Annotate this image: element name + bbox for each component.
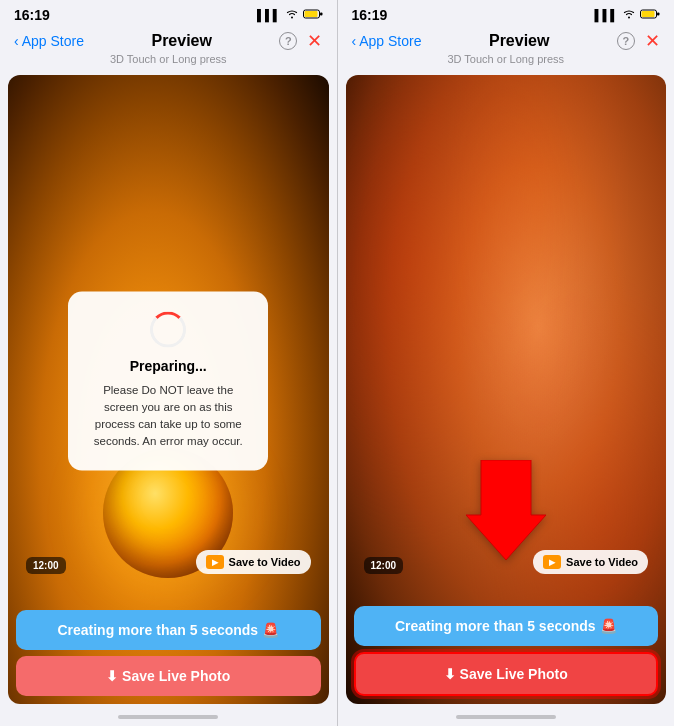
right-home-indicator [338, 708, 675, 726]
left-time: 16:19 [14, 7, 50, 23]
left-nav-bar: ‹ App Store Preview ? ✕ 3D Touch or Long… [0, 28, 337, 71]
signal-icon: ▌▌▌ [257, 9, 280, 21]
left-nav-subtitle: 3D Touch or Long press [14, 53, 323, 65]
preparing-title: Preparing... [86, 357, 250, 373]
svg-rect-2 [304, 11, 317, 17]
left-help-button[interactable]: ? [279, 32, 297, 50]
svg-rect-1 [320, 13, 323, 16]
right-back-chevron: ‹ [352, 33, 357, 49]
right-creating-btn[interactable]: Creating more than 5 seconds 🚨 [354, 606, 659, 646]
svg-marker-6 [466, 460, 546, 560]
right-home-bar [456, 715, 556, 719]
left-nav-title: Preview [151, 32, 211, 50]
left-close-button[interactable]: ✕ [307, 30, 322, 52]
right-wifi-icon [622, 9, 636, 21]
left-status-bar: 16:19 ▌▌▌ [0, 0, 337, 28]
wifi-icon [285, 9, 299, 21]
left-phone-panel: 16:19 ▌▌▌ ‹ App [0, 0, 337, 726]
right-save-to-video-label: Save to Video [566, 556, 638, 568]
right-question-label: ? [623, 35, 630, 47]
right-signal-icon: ▌▌▌ [595, 9, 618, 21]
right-help-button[interactable]: ? [617, 32, 635, 50]
left-question-label: ? [285, 35, 292, 47]
preparing-dialog: Preparing... Please Do NOT leave the scr… [68, 291, 268, 470]
right-phone-panel: 16:19 ▌▌▌ ‹ App [338, 0, 675, 726]
arrow-svg [466, 460, 546, 560]
right-status-icons: ▌▌▌ [595, 9, 660, 21]
left-bottom-overlay: Creating more than 5 seconds 🚨 ⬇ Save Li… [8, 602, 329, 704]
left-back-button[interactable]: ‹ App Store [14, 33, 84, 49]
right-image-area: 12:00 ▶ Save to Video Creating more than… [346, 75, 667, 704]
left-image-area: Preparing... Please Do NOT leave the scr… [8, 75, 329, 704]
right-bottom-overlay: Creating more than 5 seconds 🚨 ⬇ Save Li… [346, 598, 667, 704]
left-back-chevron: ‹ [14, 33, 19, 49]
left-save-live-photo-btn[interactable]: ⬇ Save Live Photo [16, 656, 321, 696]
right-timestamp: 12:00 [364, 557, 404, 574]
right-nav-subtitle: 3D Touch or Long press [352, 53, 661, 65]
battery-icon [303, 9, 323, 21]
left-back-label: App Store [22, 33, 84, 49]
right-time: 16:19 [352, 7, 388, 23]
right-close-button[interactable]: ✕ [645, 30, 660, 52]
red-arrow [466, 460, 546, 564]
right-video-icon: ▶ [543, 555, 561, 569]
right-nav-title: Preview [489, 32, 549, 50]
right-save-live-photo-btn[interactable]: ⬇ Save Live Photo [354, 652, 659, 696]
right-back-button[interactable]: ‹ App Store [352, 33, 422, 49]
right-battery-icon [640, 9, 660, 21]
right-save-to-video-btn[interactable]: ▶ Save to Video [533, 550, 648, 574]
right-status-bar: 16:19 ▌▌▌ [338, 0, 675, 28]
left-creating-btn[interactable]: Creating more than 5 seconds 🚨 [16, 610, 321, 650]
left-timestamp: 12:00 [26, 557, 66, 574]
video-icon: ▶ [206, 555, 224, 569]
left-save-to-video-btn[interactable]: ▶ Save to Video [196, 550, 311, 574]
right-nav-actions: ? ✕ [617, 30, 660, 52]
preparing-text: Please Do NOT leave the screen you are o… [86, 381, 250, 450]
svg-rect-5 [642, 11, 655, 17]
right-back-label: App Store [359, 33, 421, 49]
home-bar [118, 715, 218, 719]
left-status-icons: ▌▌▌ [257, 9, 322, 21]
right-nav-bar: ‹ App Store Preview ? ✕ 3D Touch or Long… [338, 28, 675, 71]
svg-rect-4 [657, 13, 660, 16]
spinner-icon [150, 311, 186, 347]
left-nav-actions: ? ✕ [279, 30, 322, 52]
left-home-indicator [0, 708, 337, 726]
save-to-video-label: Save to Video [229, 556, 301, 568]
